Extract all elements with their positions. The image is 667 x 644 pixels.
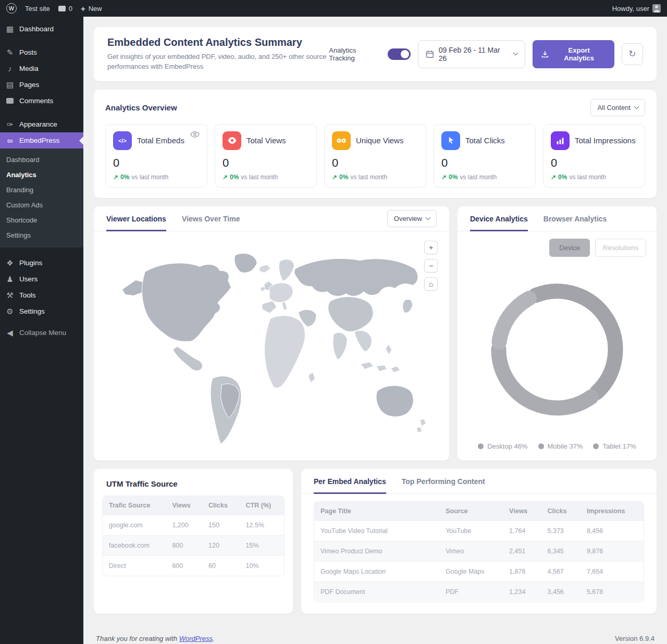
- sidebar-item-label: Collapse Menu: [19, 329, 66, 337]
- comment-count: 0: [69, 5, 72, 13]
- date-range-picker[interactable]: 09 Feb 26 - 11 Mar 26: [418, 40, 525, 68]
- tab-browser-analytics[interactable]: Browser Analytics: [544, 206, 607, 231]
- table-cell: 4,567: [541, 561, 580, 581]
- howdy-label: Howdy, user: [612, 5, 649, 13]
- page-subtitle: Get insights of your embedded PDF, video…: [107, 52, 329, 72]
- legend-dot: [478, 443, 484, 449]
- sidebar-item-label: Appearance: [19, 120, 57, 128]
- sidebar-item-pages[interactable]: ▤ Pages: [0, 77, 83, 93]
- table-cell: 60: [202, 555, 240, 576]
- new-content-button[interactable]: + New: [81, 5, 102, 13]
- stat-label: Total Views: [246, 136, 286, 145]
- table-row: YouTube Video Tutorial YouTube 1,764 5,3…: [314, 521, 644, 541]
- submenu-item-settings[interactable]: Settings: [0, 228, 83, 243]
- pages-icon: ▤: [5, 81, 15, 89]
- map-overview-dropdown[interactable]: Overview: [387, 210, 437, 227]
- zoom-out-button[interactable]: −: [424, 259, 438, 273]
- sidebar-item-collapse-menu[interactable]: ◀ Collapse Menu: [0, 325, 83, 341]
- new-label: New: [89, 5, 102, 13]
- trend-percent: 0%: [558, 174, 567, 181]
- export-analytics-button[interactable]: Export Analytics: [533, 40, 614, 68]
- content-filter-dropdown[interactable]: All Content: [590, 99, 645, 116]
- submenu-item-analytics[interactable]: Analytics: [0, 167, 83, 182]
- column-header: Views: [166, 496, 202, 515]
- wordpress-logo-icon[interactable]: W: [6, 3, 17, 14]
- sidebar-item-plugins[interactable]: ❖ Plugins: [0, 255, 83, 271]
- stat-label: Total Embeds: [137, 136, 184, 145]
- submenu-item-branding[interactable]: Branding: [0, 182, 83, 197]
- howdy-user-menu[interactable]: Howdy, user: [612, 4, 661, 13]
- table-cell: PDF: [439, 581, 503, 602]
- export-analytics-label: Export Analytics: [553, 46, 606, 62]
- column-header: Trafic Source: [103, 496, 166, 515]
- submenu-item-shortcode[interactable]: Shortcode: [0, 213, 83, 228]
- table-row: PDF Document PDF 1,234 3,456 5,678: [314, 581, 644, 602]
- device-donut: [487, 279, 627, 420]
- column-header: CTR (%): [240, 496, 284, 515]
- table-cell: Google Maps: [439, 561, 503, 581]
- table-cell: 15%: [240, 535, 284, 555]
- legend-dot: [538, 443, 544, 449]
- wordpress-link[interactable]: WordPress: [179, 635, 213, 642]
- trend-percent: 0%: [339, 174, 348, 181]
- site-name-link[interactable]: Test site: [25, 5, 50, 13]
- sidebar-item-label: Dashboard: [19, 25, 54, 33]
- utm-title: UTM Traffic Source: [106, 479, 280, 488]
- tab-viewer-locations[interactable]: Viewer Locations: [106, 206, 166, 231]
- sidebar-item-users[interactable]: ♟ Users: [0, 271, 83, 287]
- viewer-locations-card: Viewer Locations Views Over Time Overvie…: [94, 206, 449, 461]
- table-row: Direct 600 60 10%: [103, 555, 284, 576]
- device-filter-button[interactable]: Device: [549, 239, 590, 257]
- table-cell: 600: [166, 555, 202, 576]
- tools-icon: ⚒: [5, 291, 15, 299]
- table-cell: 1,200: [166, 515, 202, 535]
- sidebar-item-label: Media: [19, 65, 39, 72]
- column-header: Clicks: [541, 502, 580, 521]
- zoom-in-button[interactable]: +: [424, 241, 438, 254]
- sidebar-item-media[interactable]: ♪ Media: [0, 60, 83, 77]
- tab-device-analytics[interactable]: Device Analytics: [470, 206, 528, 231]
- sidebar-item-comments[interactable]: Comments: [0, 93, 83, 109]
- stat-card-total-impressions: Total Impressions 0 ↗ 0% vs last month: [543, 124, 645, 188]
- unique-views-icon: [332, 131, 351, 150]
- refresh-button[interactable]: ↻: [622, 43, 643, 65]
- sidebar-item-posts[interactable]: ✎ Posts: [0, 44, 83, 60]
- table-cell: 9,876: [580, 541, 644, 561]
- sidebar-item-dashboard[interactable]: ▦ Dashboard: [0, 21, 83, 37]
- zoom-home-button[interactable]: ⌂: [424, 277, 438, 291]
- zoom-in-icon: +: [429, 243, 433, 252]
- sidebar-item-label: EmbedPress: [19, 137, 59, 144]
- click-cursor-icon: [441, 131, 460, 150]
- submenu-item-custom-ads[interactable]: Custom Ads: [0, 197, 83, 213]
- eye-icon[interactable]: [190, 131, 200, 138]
- analytics-tracking-toggle[interactable]: [388, 48, 411, 60]
- sidebar-item-embedpress[interactable]: ∞ EmbedPress: [0, 132, 83, 148]
- table-cell: 10%: [240, 555, 284, 576]
- stat-label: Total Impressions: [575, 136, 636, 145]
- chevron-down-icon: [513, 51, 518, 56]
- plugins-icon: ❖: [5, 259, 15, 267]
- legend-label: Tablet 17%: [602, 442, 636, 450]
- device-legend: Desktop 46% Mobile 37% Tablet 17%: [468, 442, 646, 452]
- sidebar-item-label: Settings: [19, 307, 45, 315]
- tab-top-performing-content[interactable]: Top Performing Content: [402, 469, 485, 494]
- world-map[interactable]: + − ⌂: [94, 231, 449, 461]
- sidebar-item-label: Comments: [19, 97, 53, 105]
- sidebar-item-appearance[interactable]: ✑ Appearance: [0, 116, 83, 132]
- table-header-row: Trafic Source Views Clicks CTR (%): [103, 496, 284, 515]
- embedpress-icon: ∞: [5, 137, 15, 144]
- table-cell: facebook.com: [103, 535, 166, 555]
- sidebar-item-settings[interactable]: ⚙ Settings: [0, 303, 83, 319]
- comments-admin-bar[interactable]: 0: [58, 5, 72, 13]
- dashboard-icon: ▦: [5, 25, 15, 33]
- table-cell: 5,678: [580, 581, 644, 602]
- tab-per-embed-analytics[interactable]: Per Embed Analytics: [314, 469, 386, 494]
- users-icon: ♟: [5, 275, 15, 283]
- tab-views-over-time[interactable]: Views Over Time: [182, 206, 240, 231]
- table-cell: 1,764: [503, 521, 541, 541]
- admin-bar: W Test site 0 + New Howdy, user: [0, 0, 667, 17]
- column-header: Source: [439, 502, 503, 521]
- submenu-item-dashboard[interactable]: Dashboard: [0, 152, 83, 167]
- sidebar-item-tools[interactable]: ⚒ Tools: [0, 287, 83, 303]
- resolutions-filter-button[interactable]: Resolutions: [595, 239, 646, 257]
